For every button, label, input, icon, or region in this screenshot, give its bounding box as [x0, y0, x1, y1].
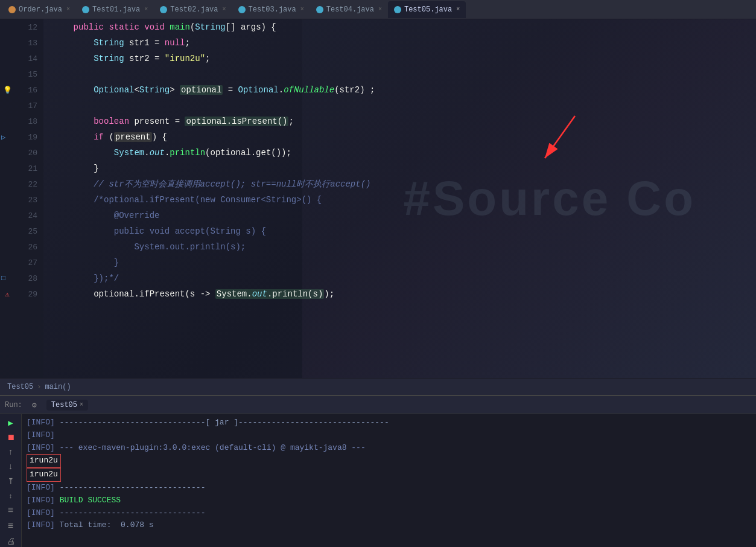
close-test02-tab[interactable]: × [222, 6, 226, 13]
output-line-3: [INFO] --- exec-maven-plugin:3.0.0:exec … [27, 442, 751, 455]
code-editor[interactable]: public static void main(String[] args) {… [43, 19, 756, 378]
run-settings-icon[interactable]: ⚙ [27, 398, 42, 412]
tab-test05-java[interactable]: Test05.java × [388, 1, 466, 18]
code-line-15 [53, 66, 746, 82]
tab-label-test02: Test02.java [170, 5, 218, 14]
tab-test02-java[interactable]: Test02.java × [154, 1, 232, 18]
tab-label-test04: Test04.java [326, 5, 374, 14]
line-16: 💡 16 [0, 82, 43, 98]
run-stop-button[interactable]: ⏹ [4, 433, 18, 443]
output-line-8: [INFO] ------------------------------- [27, 507, 751, 520]
code-line-22: // str不为空时会直接调用accept(); str==null时不执行ac… [53, 176, 746, 192]
bookmark-icon-28: □ [1, 274, 5, 283]
output-line-6: [INFO] ------------------------------- [27, 482, 751, 494]
output-line-2: [INFO] [27, 429, 751, 442]
tab-label-test03: Test03.java [249, 5, 296, 14]
run-tab-close[interactable]: × [80, 401, 83, 408]
code-line-13: String str1 = null; [53, 35, 746, 51]
tab-label-test05: Test05.java [404, 5, 452, 14]
code-line-24: @Override [53, 208, 746, 223]
tab-icon-test03 [238, 6, 246, 13]
run-rerun-button[interactable]: ↑ [4, 447, 18, 457]
line-17: 17 [0, 98, 43, 114]
close-test01-tab[interactable]: × [144, 6, 148, 13]
close-test03-tab[interactable]: × [300, 6, 304, 13]
line-19: ▷ 19 [0, 129, 43, 145]
output-line-5: irun2u [27, 468, 751, 482]
run-menu2-button[interactable]: ≡ [4, 521, 18, 532]
tab-label-order: Order.java [19, 5, 62, 14]
line-25: 25 [0, 223, 43, 239]
code-line-19: if (present) { [53, 129, 746, 145]
tab-test01-java[interactable]: Test01.java × [76, 1, 154, 18]
code-line-14: String str2 = "irun2u"; [53, 51, 746, 66]
line-12: 12 [0, 19, 43, 35]
close-order-tab[interactable]: × [66, 6, 70, 13]
tab-icon-order [8, 6, 16, 13]
tab-icon-test04 [316, 6, 323, 13]
output-line-9: [INFO] Total time: 0.078 s [27, 519, 751, 532]
line-15: 15 [0, 66, 43, 82]
line-24: 24 [0, 208, 43, 223]
error-icon-29: ⚠ [2, 289, 12, 299]
run-toolbar: ▶ ⏹ ↑ ↓ ⤒ ↕ ≡ ≡ 🖨 ⊞ [0, 414, 22, 547]
editor-area: #Source Co 12 13 14 15 💡 16 17 18 ▷ 19 2… [0, 19, 756, 378]
breadcrumb-bar: Test05 › main() [0, 378, 756, 395]
line-29: ⚠ 29 [0, 286, 43, 302]
run-panel: Run: ⚙ Test05 × ▶ ⏹ ↑ ↓ ⤒ ↕ ≡ ≡ 🖨 ⊞ [INF… [0, 395, 756, 547]
run-print-button[interactable]: 🖨 [4, 537, 18, 546]
output-line-4: irun2u [27, 454, 751, 468]
line-22: 22 [0, 176, 43, 192]
tab-test03-java[interactable]: Test03.java × [232, 1, 310, 18]
line-18: 18 [0, 114, 43, 129]
output-irun2u-1: irun2u [27, 454, 61, 468]
breadcrumb-separator: › [37, 383, 41, 391]
run-tab-name: Test05 [51, 401, 77, 409]
run-scroll-button[interactable]: ↕ [4, 491, 18, 501]
code-line-28: });*/ [53, 270, 746, 286]
code-line-29: optional.ifPresent(s -> System.out.print… [53, 286, 746, 302]
output-line-7: [INFO] BUILD SUCCESS [27, 494, 751, 507]
code-line-23: /*optional.ifPresent(new Consumer<String… [53, 192, 746, 208]
run-panel-header: Run: ⚙ Test05 × [0, 396, 756, 414]
close-test05-tab[interactable]: × [456, 6, 460, 13]
code-line-27: } [53, 255, 746, 270]
code-line-20: System.out.println(optional.get()); [53, 145, 746, 161]
code-line-18: boolean present = optional.isPresent(); [53, 114, 746, 129]
line-numbers-gutter: 12 13 14 15 💡 16 17 18 ▷ 19 20 21 22 23 … [0, 19, 43, 378]
line-20: 20 [0, 145, 43, 161]
run-panel-body: ▶ ⏹ ↑ ↓ ⤒ ↕ ≡ ≡ 🖨 ⊞ [INFO] -------------… [0, 414, 756, 547]
output-line-1: [INFO] -------------------------------[ … [27, 417, 751, 429]
line-21: 21 [0, 161, 43, 176]
run-output-area: [INFO] -------------------------------[ … [22, 414, 756, 547]
bulb-icon: 💡 [2, 85, 12, 95]
run-play-button[interactable]: ▶ [4, 418, 18, 428]
code-line-16: Optional<String> optional = Optional.ofN… [53, 82, 746, 98]
tab-icon-test05 [394, 6, 401, 13]
breadcrumb-method: main() [45, 383, 71, 391]
run-menu1-button[interactable]: ≡ [4, 505, 18, 516]
code-line-25: public void accept(String s) { [53, 223, 746, 239]
tab-label-test01: Test01.java [92, 5, 140, 14]
bookmark-icon-19: ▷ [1, 133, 5, 142]
tab-test04-java[interactable]: Test04.java × [310, 1, 388, 18]
line-13: 13 [0, 35, 43, 51]
line-27: 27 [0, 255, 43, 270]
run-tab-test05[interactable]: Test05 × [46, 400, 88, 411]
code-line-26: System.out.println(s); [53, 239, 746, 255]
tab-bar: Order.java × Test01.java × Test02.java ×… [0, 0, 756, 19]
line-26: 26 [0, 239, 43, 255]
line-14: 14 [0, 51, 43, 66]
run-down-button[interactable]: ↓ [4, 462, 18, 472]
breadcrumb-file: Test05 [7, 383, 33, 391]
run-label: Run: [5, 401, 22, 409]
tab-order-java[interactable]: Order.java × [2, 1, 76, 18]
tab-icon-test02 [160, 6, 167, 13]
code-line-17 [53, 98, 746, 114]
code-line-21: } [53, 161, 746, 176]
output-irun2u-2: irun2u [27, 468, 61, 482]
run-jump-button[interactable]: ⤒ [4, 476, 18, 487]
line-23: 23 [0, 192, 43, 208]
close-test04-tab[interactable]: × [378, 6, 382, 13]
line-28: □ 28 [0, 270, 43, 286]
